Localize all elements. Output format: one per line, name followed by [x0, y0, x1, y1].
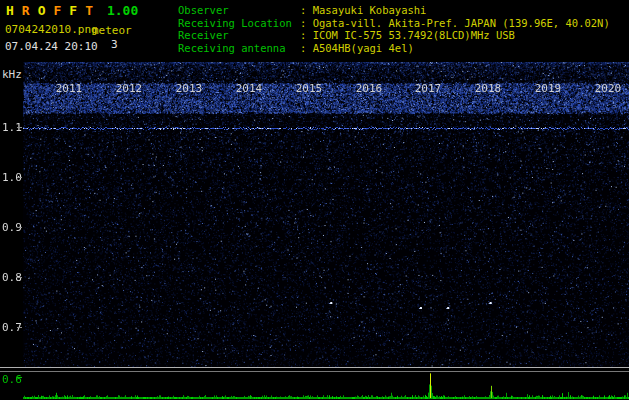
info-row-antenna: Receiving antenna: A504HB(yagi 4el)	[178, 42, 610, 55]
y-axis-tick-mark	[17, 377, 22, 378]
info-value: : A504HB(yagi 4el)	[300, 42, 414, 54]
y-axis-unit-label: kHz	[2, 68, 22, 81]
title-letter: F	[53, 3, 69, 18]
title-letter: H	[6, 3, 22, 18]
x-axis-tick-label: 2019	[534, 82, 562, 95]
signal-level-canvas	[0, 367, 629, 400]
info-label: Receiver	[178, 29, 300, 42]
app-version: 1.00	[107, 3, 138, 18]
y-axis-tick-mark	[17, 277, 22, 278]
station-info: Observer: Masayuki Kobayashi Receiving L…	[178, 4, 610, 54]
y-axis-tick-mark	[17, 327, 22, 328]
info-label: Observer	[178, 4, 300, 17]
x-axis-tick-label: 2016	[355, 82, 383, 95]
title-letter: R	[22, 3, 38, 18]
spectrogram-canvas	[23, 62, 629, 367]
x-axis-tick-label: 2020	[594, 82, 622, 95]
observation-datetime: 07.04.24 20:10	[5, 40, 98, 53]
title-letter: T	[85, 3, 101, 18]
x-axis-tick-label: 2015	[295, 82, 323, 95]
info-value: : Masayuki Kobayashi	[300, 4, 426, 16]
meteor-count-value: 3	[111, 38, 118, 51]
info-label: Receiving Location	[178, 17, 300, 30]
x-axis-tick-label: 2014	[235, 82, 263, 95]
x-axis-tick-label: 2018	[474, 82, 502, 95]
info-row-location: Receiving Location: Ogata-vill. Akita-Pr…	[178, 17, 610, 30]
title-letter: F	[69, 3, 85, 18]
y-axis-tick-label: 0.6	[2, 373, 22, 386]
title-letter: O	[38, 3, 54, 18]
output-filename: 0704242010.png	[5, 23, 98, 36]
info-value: : ICOM IC-575 53.7492(8LCD)MHz USB	[300, 29, 515, 41]
x-axis-tick-label: 2011	[55, 82, 83, 95]
y-axis-tick-mark	[17, 127, 22, 128]
info-row-receiver: Receiver: ICOM IC-575 53.7492(8LCD)MHz U…	[178, 29, 610, 42]
x-axis-tick-label: 2013	[175, 82, 203, 95]
info-label: Receiving antenna	[178, 42, 300, 55]
info-value: : Ogata-vill. Akita-Pref. JAPAN (139.96E…	[300, 17, 610, 29]
x-axis-tick-label: 2012	[115, 82, 143, 95]
app-title: HROFFT1.00	[6, 3, 138, 18]
y-axis-tick-mark	[17, 227, 22, 228]
hrofft-screen: HROFFT1.00 0704242010.png meteor 3 07.04…	[0, 0, 629, 400]
x-axis-tick-label: 2017	[414, 82, 442, 95]
meteor-count-label: meteor	[92, 24, 132, 37]
info-row-observer: Observer: Masayuki Kobayashi	[178, 4, 610, 17]
y-axis-tick-mark	[17, 177, 22, 178]
